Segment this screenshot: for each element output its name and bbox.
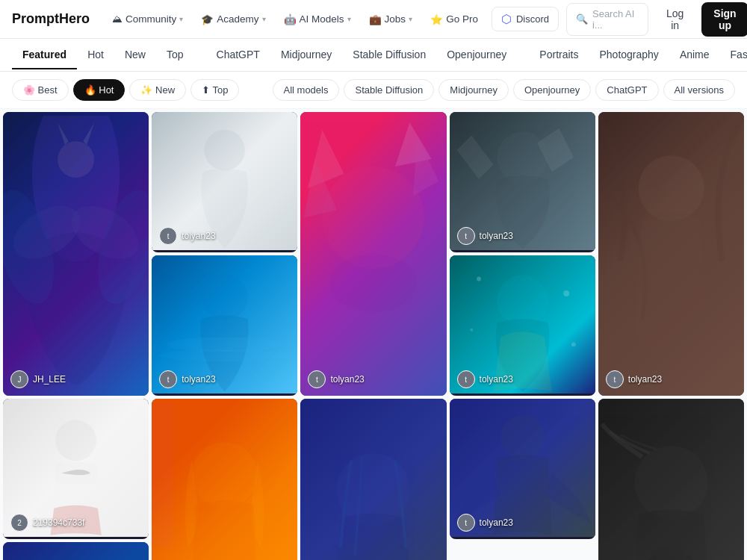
nav-academy[interactable]: 🎓 Academy ▾ — [193, 9, 273, 30]
svg-rect-30 — [276, 438, 297, 560]
login-button[interactable]: Log in — [656, 3, 694, 36]
svg-point-20 — [497, 276, 548, 326]
svg-marker-15 — [456, 135, 493, 179]
svg-point-17 — [202, 274, 248, 320]
image-card-1[interactable]: J JH_LEE — [3, 112, 149, 396]
sort-top-button[interactable]: ⬆ Top — [190, 79, 239, 101]
star-icon: ⭐ — [430, 13, 443, 25]
username-1: JH_LEE — [33, 374, 66, 385]
chevron-down-icon: ▾ — [179, 15, 183, 23]
model-stable-diffusion-button[interactable]: Stable Diffusion — [344, 79, 434, 101]
avatar-7: t — [457, 370, 475, 388]
username-6: tolyan23 — [182, 374, 215, 385]
navbar: PromptHero ⛰ Community ▾ 🎓 Academy ▾ 🤖 A… — [0, 0, 747, 39]
avatar-3: t — [308, 370, 326, 388]
signup-button[interactable]: Sign up — [701, 2, 747, 37]
cat-fashion[interactable]: Fashion — [720, 41, 747, 69]
svg-point-3 — [58, 141, 94, 178]
image-card-9[interactable] — [152, 399, 297, 560]
svg-point-6 — [204, 130, 245, 171]
discord-button[interactable]: ⬡ Discord — [492, 7, 559, 31]
cat-chatgpt[interactable]: ChatGPT — [206, 41, 270, 69]
svg-rect-35 — [657, 548, 686, 560]
search-icon: 🔍 — [576, 13, 588, 25]
avatar-4: t — [457, 227, 475, 245]
image-card-8[interactable]: 2 219394c733f — [3, 399, 149, 539]
model-chatgpt-button[interactable]: ChatGPT — [595, 79, 658, 101]
chevron-down-icon: ▾ — [347, 15, 351, 23]
image-3-user: t tolyan23 — [308, 370, 364, 388]
image-7-user: t tolyan23 — [457, 370, 513, 388]
svg-point-32 — [500, 415, 545, 459]
svg-point-8 — [329, 254, 417, 312]
image-grid: J JH_LEE t tolyan23 — [0, 109, 747, 560]
image-card-12[interactable]: ♡ http best...masterpiece ultra-detailed… — [598, 399, 744, 560]
username-5: tolyan23 — [628, 374, 662, 385]
cat-portraits[interactable]: Portraits — [529, 41, 589, 69]
model-openjourney-button[interactable]: Openjourney — [513, 79, 591, 101]
avatar-2: t — [159, 227, 177, 245]
image-card-10[interactable]: t tolyan23 — [300, 399, 446, 560]
username-4: tolyan23 — [480, 231, 513, 241]
sort-hot-button[interactable]: 🔥 Hot — [73, 79, 125, 101]
image-1-user: J JH_LEE — [10, 370, 66, 388]
image-card-4[interactable]: t tolyan23 — [450, 112, 595, 252]
svg-point-19 — [159, 349, 291, 361]
sort-new-button[interactable]: ✨ New — [129, 79, 186, 101]
svg-point-33 — [635, 446, 708, 519]
svg-point-28 — [192, 442, 258, 508]
svg-point-23 — [470, 329, 473, 332]
svg-point-7 — [323, 167, 425, 269]
image-card-13[interactable]: t tolyan23 — [3, 542, 149, 560]
image-11-user: t tolyan23 — [457, 514, 513, 532]
community-icon: ⛰ — [112, 13, 123, 25]
image-card-7[interactable]: t tolyan23 — [450, 255, 595, 396]
image-card-3[interactable]: t tolyan23 — [300, 112, 446, 396]
cat-midjourney[interactable]: Midjourney — [270, 41, 342, 69]
cat-top[interactable]: Top — [156, 41, 194, 69]
avatar-8: 2 — [10, 514, 28, 532]
image-card-6[interactable]: t tolyan23 — [152, 255, 297, 396]
model-midjourney-button[interactable]: Midjourney — [438, 79, 509, 101]
site-logo[interactable]: PromptHero — [12, 11, 90, 27]
username-8: 219394c733f — [33, 517, 84, 528]
svg-point-16 — [638, 155, 704, 221]
nav-links: ⛰ Community ▾ 🎓 Academy ▾ 🤖 AI Models ▾ … — [105, 9, 486, 30]
image-5-user: t tolyan23 — [606, 370, 662, 388]
image-6-user: t tolyan23 — [159, 370, 215, 388]
chevron-down-icon: ▾ — [262, 15, 266, 23]
nav-jobs[interactable]: 💼 Jobs ▾ — [362, 9, 421, 30]
search-bar[interactable]: 🔍 Search AI i... — [566, 3, 648, 36]
avatar-11: t — [457, 514, 475, 532]
image-4-user: t tolyan23 — [457, 227, 513, 245]
image-card-11[interactable]: t tolyan23 — [450, 399, 595, 539]
cat-hot[interactable]: Hot — [77, 41, 114, 69]
image-card-2[interactable]: t tolyan23 — [152, 112, 297, 252]
discord-icon: ⬡ — [501, 12, 512, 26]
sort-best-button[interactable]: 🌸 Best — [12, 79, 69, 101]
model-all-versions-button[interactable]: All versions — [663, 79, 735, 101]
svg-point-22 — [563, 290, 569, 296]
ai-models-icon: 🤖 — [284, 13, 297, 25]
nav-community[interactable]: ⛰ Community ▾ — [105, 9, 190, 29]
svg-rect-29 — [152, 402, 173, 548]
nav-go-pro[interactable]: ⭐ Go Pro — [423, 9, 486, 30]
cat-openjourney[interactable]: Openjourney — [436, 41, 517, 69]
cat-new[interactable]: New — [114, 41, 156, 69]
username-7: tolyan23 — [480, 374, 513, 385]
username-3: tolyan23 — [330, 374, 364, 385]
image-8-user: 2 219394c733f — [10, 514, 84, 532]
jobs-icon: 💼 — [369, 13, 382, 25]
chevron-down-icon: ▾ — [409, 15, 412, 23]
cat-photography[interactable]: Photography — [589, 41, 669, 69]
svg-point-24 — [571, 342, 576, 346]
model-all-button[interactable]: All models — [273, 79, 340, 101]
cat-stable-diffusion[interactable]: Stable Diffusion — [342, 41, 436, 69]
academy-icon: 🎓 — [201, 13, 214, 25]
svg-point-13 — [497, 132, 548, 183]
nav-ai-models[interactable]: 🤖 AI Models ▾ — [276, 9, 359, 30]
cat-anime[interactable]: Anime — [669, 41, 720, 69]
image-card-5[interactable]: t tolyan23 — [598, 112, 744, 396]
image-2-user: t tolyan23 — [159, 227, 215, 245]
cat-featured[interactable]: Featured — [12, 41, 77, 69]
